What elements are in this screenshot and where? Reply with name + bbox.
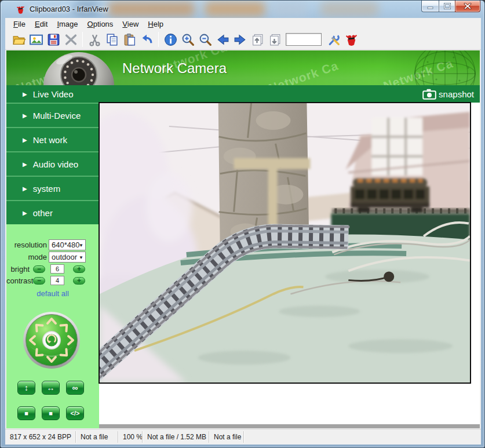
next-file-button[interactable] <box>231 31 249 48</box>
undo-icon <box>140 32 154 47</box>
delete-button[interactable] <box>62 31 79 48</box>
save-button[interactable] <box>45 31 62 48</box>
prev-file-icon <box>216 32 230 47</box>
slideshow-button[interactable] <box>27 31 45 48</box>
menu-view[interactable]: View <box>118 19 143 30</box>
camera-control-panel: resolution 640*480 ▼ mode outdoor ▼ brig… <box>6 224 99 428</box>
ptz-button-glyph: </> <box>71 410 80 417</box>
stop-vertical-button[interactable]: ■ <box>17 406 35 420</box>
resolution-select[interactable]: 640*480 ▼ <box>49 239 86 250</box>
sidebar-item-live-video[interactable]: ▶ Live Video <box>6 85 99 103</box>
last-file-button[interactable] <box>266 31 283 48</box>
contrast-minus-button[interactable]: − <box>33 277 45 285</box>
sidebar-item-other[interactable]: ▶other <box>6 200 99 224</box>
resolution-value: 640*480 <box>52 241 79 249</box>
bright-label: bright <box>6 265 30 274</box>
zoom-in-icon <box>181 32 195 47</box>
status-image-info: 817 x 652 x 24 BPP <box>5 431 76 443</box>
contrast-plus-button[interactable]: + <box>73 277 85 285</box>
paste-button[interactable] <box>121 31 138 48</box>
bright-plus-button[interactable]: + <box>73 265 85 273</box>
minimize-button[interactable] <box>421 1 439 12</box>
toolbar <box>5 30 481 50</box>
settings-tools-button[interactable] <box>325 31 342 48</box>
titlebar-glass-blur <box>205 2 265 16</box>
infinity-patrol-button[interactable]: ∞ <box>66 381 84 395</box>
sidebar-item-label: system <box>33 184 61 194</box>
bright-minus-button[interactable]: − <box>33 265 45 273</box>
status-extra: Not a file <box>209 431 244 443</box>
sidebar-arrow-icon: ▶ <box>23 185 27 192</box>
camera-icon <box>422 89 436 100</box>
first-file-button[interactable] <box>249 31 266 48</box>
default-all-link[interactable]: default all <box>6 289 99 298</box>
snapshot-button[interactable]: snapshot <box>422 87 474 101</box>
irfanview-logo-button[interactable] <box>342 31 360 48</box>
open-folder-button[interactable] <box>10 31 27 48</box>
irfanview-logo-icon <box>16 5 25 14</box>
irfanview-logo-icon <box>344 32 359 47</box>
stop-horizontal-button[interactable]: ■ <box>42 406 60 420</box>
mode-label: mode <box>6 253 47 261</box>
ptz-button-glyph: ↔ <box>47 383 55 392</box>
sidebar-item-multi-device[interactable]: ▶Multi-Device <box>6 103 99 127</box>
mode-value: outdoor <box>52 253 77 261</box>
contrast-label: contrast <box>6 276 30 285</box>
info-button[interactable] <box>162 31 179 48</box>
info-icon <box>163 32 178 47</box>
titlebar-glass-blur <box>272 2 308 16</box>
copy-button[interactable] <box>103 31 121 48</box>
camera-banner: Network Ca Network Ca Network Ca Network… <box>6 50 480 85</box>
horizontal-patrol-button[interactable]: ↔ <box>42 381 60 395</box>
prev-file-button[interactable] <box>214 31 231 48</box>
ptz-button-glyph: ↕ <box>24 383 28 392</box>
irfanview-app-icon[interactable] <box>16 5 25 14</box>
contrast-value[interactable]: 4 <box>50 276 64 285</box>
maximize-button[interactable] <box>439 1 455 12</box>
client-area: FileEditImageOptionsViewHelp Network Ca … <box>5 18 481 445</box>
bright-row: bright − 6 + <box>6 264 99 274</box>
toolbar-separator <box>158 32 159 47</box>
chevron-down-icon: ▼ <box>79 243 83 248</box>
sidebar-arrow-icon: ▶ <box>23 91 27 97</box>
globe-wireframe-graphic <box>381 50 480 85</box>
ptz-center-button[interactable] <box>42 331 61 349</box>
menu-help[interactable]: Help <box>143 19 168 30</box>
settings-tools-icon <box>327 32 341 47</box>
camera-nav-bar: ▶ Live Video snapshot <box>6 85 480 103</box>
delete-icon <box>64 32 78 47</box>
sidebar-item-label: other <box>33 208 53 218</box>
chevron-down-icon: ▼ <box>79 255 83 260</box>
banner-title: Network Camera <box>122 60 227 77</box>
sidebar-arrow-icon: ▶ <box>23 137 27 143</box>
status-bar: 817 x 652 x 24 BPPNot a file100 %Not a f… <box>5 429 481 445</box>
irfanview-window: Clipboard03 - IrfanView FileEditImageOpt… <box>0 0 485 448</box>
titlebar-glass-blur <box>320 2 378 16</box>
open-folder-icon <box>12 32 26 47</box>
status-file-size: Not a file / 1.52 MB <box>143 431 209 443</box>
sidebar-item-system[interactable]: ▶system <box>6 176 99 200</box>
sidebar-item-net-work[interactable]: ▶Net work <box>6 127 99 151</box>
vertical-patrol-button[interactable]: ↕ <box>17 381 35 395</box>
sidebar-item-audio-video[interactable]: ▶Audio video <box>6 151 99 176</box>
menu-file[interactable]: File <box>9 19 30 30</box>
zoom-out-button[interactable] <box>196 31 214 48</box>
menu-edit[interactable]: Edit <box>30 19 52 30</box>
goto-page-input[interactable] <box>286 33 322 46</box>
status-file-name: Not a file <box>76 431 118 443</box>
mode-select[interactable]: outdoor ▼ <box>49 252 86 263</box>
menu-image[interactable]: Image <box>52 19 82 30</box>
undo-button[interactable] <box>138 31 155 48</box>
titlebar-glass-blur <box>108 2 195 16</box>
resolution-row: resolution 640*480 ▼ <box>6 239 99 250</box>
contrast-row: contrast − 4 + <box>6 276 99 285</box>
menu-options[interactable]: Options <box>83 19 118 30</box>
ptz-pad[interactable] <box>23 311 81 369</box>
io-output-button[interactable]: </> <box>66 406 84 420</box>
zoom-in-button[interactable] <box>179 31 196 48</box>
close-button[interactable] <box>455 1 480 12</box>
banner-watermark: Network Ca <box>267 59 341 85</box>
bright-value[interactable]: 6 <box>50 264 64 274</box>
resolution-label: resolution <box>6 241 47 249</box>
cut-button[interactable] <box>86 31 103 48</box>
